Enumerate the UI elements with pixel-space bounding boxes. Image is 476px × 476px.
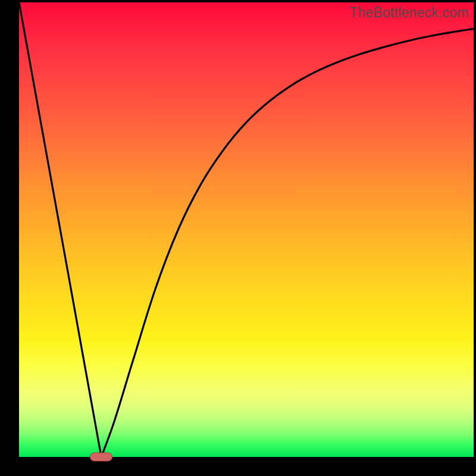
chart-frame: TheBottleneck.com <box>0 0 476 476</box>
curve-layer <box>19 2 474 457</box>
bottleneck-curve-path <box>19 2 474 457</box>
minimum-marker <box>90 453 112 462</box>
plot-area: TheBottleneck.com <box>19 2 474 457</box>
